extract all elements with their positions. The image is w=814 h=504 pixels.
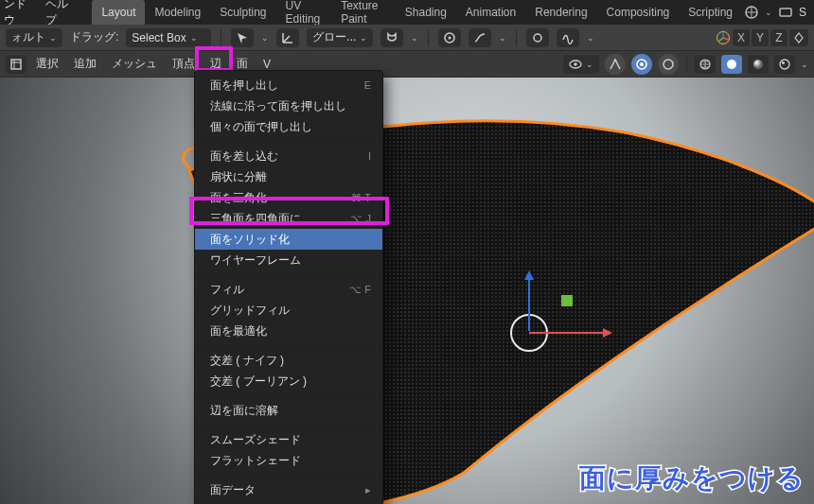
shading-matprev-icon[interactable] bbox=[748, 55, 769, 74]
workspace-tab-label: Rendering bbox=[535, 6, 587, 19]
topbar: ンドウ ヘルプ LayoutModelingSculptingUV Editin… bbox=[0, 0, 814, 25]
snap-icon[interactable] bbox=[380, 28, 403, 47]
menu-item-label: 面を差し込む bbox=[210, 148, 278, 165]
gizmo-ring bbox=[510, 314, 548, 352]
face-menu-item[interactable]: ワイヤーフレーム bbox=[195, 250, 382, 270]
face-menu-dropdown[interactable]: 面を押し出しE法線に沿って面を押し出し個々の面で押し出し面を差し込むI扇状に分離… bbox=[194, 70, 383, 504]
workspace-tab-label: Shading bbox=[405, 6, 447, 19]
chevron-down-icon: ⌄ bbox=[586, 60, 593, 69]
mirror-axis-z[interactable]: Z bbox=[770, 29, 787, 46]
chevron-down-icon[interactable]: ⌄ bbox=[499, 33, 506, 43]
interaction-mode-label: ォルト bbox=[11, 29, 45, 45]
menu-select[interactable]: 選択 bbox=[30, 55, 64, 74]
chevron-down-icon[interactable]: ⌄ bbox=[765, 8, 772, 17]
menu-item-shortcut: ⌥ J bbox=[350, 213, 371, 225]
mirror-axis-x[interactable]: X bbox=[733, 29, 750, 46]
workspace-tab-texture-paint[interactable]: Texture Paint bbox=[331, 0, 396, 25]
menu-add[interactable]: 追加 bbox=[68, 55, 102, 74]
gizmo-toggle-icon[interactable] bbox=[605, 54, 626, 75]
workspace-tab-layout[interactable]: Layout bbox=[92, 0, 145, 25]
face-menu-item[interactable]: フラットシェード bbox=[195, 450, 382, 471]
menu-mesh[interactable]: メッシュ bbox=[106, 55, 163, 74]
face-menu-item[interactable]: 面を最適化 bbox=[195, 321, 382, 341]
unknown-toggle-icon[interactable] bbox=[658, 54, 679, 75]
orientation-dropdown[interactable]: グロー... ⌄ bbox=[307, 28, 373, 47]
chevron-down-icon: ⌄ bbox=[49, 33, 57, 43]
chevron-down-icon[interactable]: ⌄ bbox=[261, 33, 269, 43]
svg-point-16 bbox=[753, 60, 763, 69]
gizmo-axis-z bbox=[528, 278, 530, 331]
editor-type-icon[interactable] bbox=[6, 55, 27, 74]
workspace-tab-scripting[interactable]: Scripting bbox=[679, 0, 742, 25]
face-menu-item[interactable]: 辺を面に溶解 bbox=[195, 400, 382, 421]
workspace-tab-shading[interactable]: Shading bbox=[396, 0, 456, 25]
menu-item-label: 個々の面で押し出し bbox=[210, 119, 312, 135]
face-menu-item[interactable]: 三角面を四角面に⌥ J bbox=[195, 208, 382, 229]
menu-item-label: 扇状に分離 bbox=[210, 169, 267, 185]
face-menu-item[interactable]: 交差 ( ブーリアン ) bbox=[195, 371, 382, 391]
chevron-down-icon[interactable]: ⌄ bbox=[587, 33, 594, 43]
face-menu-item[interactable]: フィル⌥ F bbox=[195, 279, 382, 300]
interaction-mode-dropdown[interactable]: ォルト ⌄ bbox=[6, 28, 62, 47]
chevron-down-icon[interactable]: ⌄ bbox=[801, 60, 808, 69]
render-layer-icon[interactable] bbox=[778, 5, 793, 20]
menu-item-label: 法線に沿って面を押し出し bbox=[210, 98, 346, 114]
workspace-tab-label: Compositing bbox=[607, 6, 670, 19]
workspace-tab-modeling[interactable]: Modeling bbox=[145, 0, 210, 25]
select-mode-dropdown[interactable]: Select Box ⌄ bbox=[126, 28, 211, 47]
separator bbox=[686, 56, 687, 73]
face-menu-item[interactable]: 面を押し出しE bbox=[195, 75, 382, 96]
menu-item-label: ワイヤーフレーム bbox=[210, 252, 301, 269]
submenu-arrow-icon: ▸ bbox=[365, 484, 371, 496]
mirror-axis-y[interactable]: Y bbox=[752, 29, 769, 46]
chevron-down-icon[interactable]: ⌄ bbox=[411, 33, 418, 43]
face-menu-item[interactable]: 面をソリッド化 bbox=[195, 229, 382, 250]
menu-item-shortcut: E bbox=[364, 79, 371, 91]
face-menu-item[interactable]: 面を三角化⌘ T bbox=[195, 187, 382, 208]
orient-gizmo-icon[interactable] bbox=[716, 30, 731, 45]
extra-toggle-icon[interactable] bbox=[526, 28, 549, 47]
falloff-curve-icon[interactable] bbox=[469, 28, 491, 47]
workspace-tab-compositing[interactable]: Compositing bbox=[597, 0, 680, 25]
svg-point-18 bbox=[782, 61, 785, 64]
overlay-toggle-icon[interactable] bbox=[631, 54, 652, 75]
mirror-options-icon[interactable] bbox=[789, 29, 808, 46]
face-menu-item[interactable]: 個々の面で押し出し bbox=[195, 116, 382, 137]
workspace-tab-rendering[interactable]: Rendering bbox=[525, 0, 596, 25]
face-menu-item[interactable]: グリッドフィル bbox=[195, 300, 382, 321]
scene-name[interactable]: S bbox=[799, 6, 806, 19]
visibility-pill[interactable]: ⌄ bbox=[563, 55, 599, 74]
overlay-caption: 面に厚みをつける bbox=[579, 461, 805, 496]
svg-point-5 bbox=[449, 36, 451, 39]
viewport-3d[interactable]: 面に厚みをつける bbox=[0, 78, 814, 504]
shading-solid-icon[interactable] bbox=[721, 55, 742, 74]
workspace-tab-uv-editing[interactable]: UV Editing bbox=[276, 0, 332, 25]
separator bbox=[516, 29, 517, 46]
face-menu-item[interactable]: 交差 ( ナイフ ) bbox=[195, 350, 382, 371]
face-menu-item[interactable]: 面を差し込むI bbox=[195, 146, 382, 166]
face-menu-item[interactable]: 法線に沿って面を押し出し bbox=[195, 96, 382, 116]
workspace-tab-label: UV Editing bbox=[286, 0, 323, 26]
proportional-edit-icon[interactable] bbox=[438, 28, 461, 47]
svg-point-10 bbox=[574, 62, 576, 65]
face-menu-item[interactable]: 扇状に分離 bbox=[195, 166, 382, 187]
menu-separator bbox=[195, 475, 382, 476]
shading-wire-icon[interactable] bbox=[695, 55, 716, 74]
menu-item-label: 三角面を四角面に bbox=[210, 211, 301, 227]
cursor-tool-icon[interactable] bbox=[231, 28, 254, 47]
shading-rendered-icon[interactable] bbox=[774, 55, 795, 74]
workspace-tab-sculpting[interactable]: Sculpting bbox=[210, 0, 275, 25]
menu-item-label: 面を押し出し bbox=[210, 78, 278, 94]
scene-picker-icon[interactable] bbox=[744, 5, 759, 20]
menu-item-shortcut: ⌥ F bbox=[349, 284, 371, 296]
face-menu-item[interactable]: 面データ▸ bbox=[195, 479, 382, 500]
menu-item-label: 面を三角化 bbox=[210, 190, 267, 206]
workspace-tabs: LayoutModelingSculptingUV EditingTexture… bbox=[92, 0, 742, 25]
menu-separator bbox=[195, 425, 382, 426]
separator bbox=[428, 29, 429, 46]
workspace-tab-animation[interactable]: Animation bbox=[456, 0, 525, 25]
viewport-header-right: ⌄ ⌄ bbox=[563, 54, 808, 75]
falloff-wave-icon[interactable] bbox=[557, 28, 579, 47]
transform-orientation-icon[interactable] bbox=[276, 28, 299, 47]
face-menu-item[interactable]: スムーズシェード bbox=[195, 429, 382, 450]
